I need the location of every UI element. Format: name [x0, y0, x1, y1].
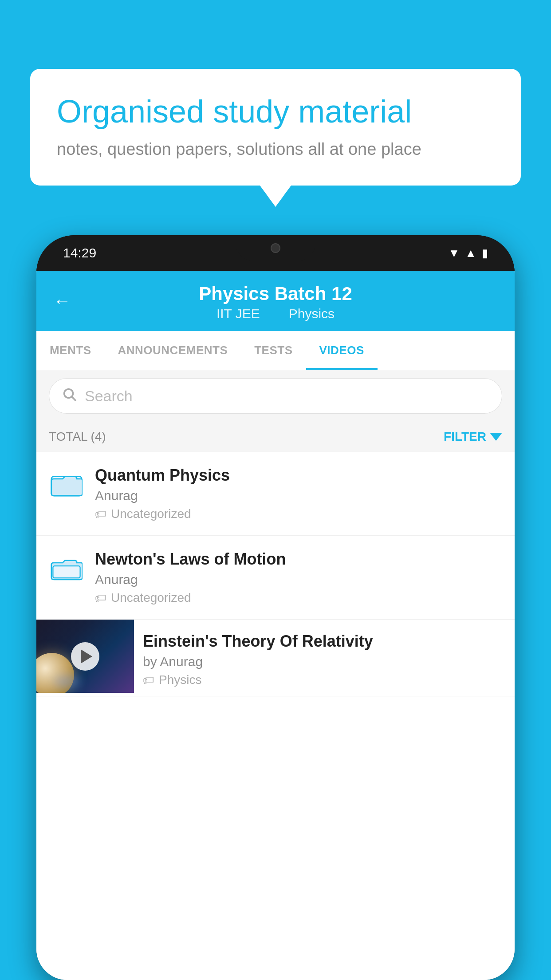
filter-button[interactable]: FILTER [444, 430, 502, 444]
filter-icon [490, 433, 502, 441]
app-header-title: Physics Batch 12 [199, 283, 352, 304]
play-button[interactable] [71, 642, 99, 671]
search-input[interactable]: Search [85, 387, 133, 405]
filter-bar: TOTAL (4) FILTER [36, 422, 515, 452]
list-item[interactable]: Einstein's Theory Of Relativity by Anura… [36, 620, 515, 696]
back-button[interactable]: ← [53, 291, 71, 311]
speech-bubble-title: Organised study material [57, 93, 494, 130]
video-list: Quantum Physics Anurag 🏷 Uncategorized [36, 452, 515, 980]
item-author: Anurag [95, 572, 502, 587]
app-header: ← Physics Batch 12 IIT JEE Physics [36, 271, 515, 331]
search-icon [62, 387, 77, 405]
play-icon [81, 649, 92, 664]
list-item[interactable]: Newton's Laws of Motion Anurag 🏷 Uncateg… [36, 536, 515, 620]
filter-label: FILTER [444, 430, 486, 444]
thumbnail-glow [54, 675, 81, 688]
status-icons: ▼ ▲ ▮ [449, 246, 488, 260]
subtitle-physics: Physics [289, 306, 335, 321]
item-author: Anurag [95, 488, 502, 503]
status-bar: 14:29 ▼ ▲ ▮ [36, 235, 515, 271]
tag-icon: 🏷 [143, 673, 154, 687]
subtitle-separator [272, 306, 280, 321]
phone-screen: ← Physics Batch 12 IIT JEE Physics MENTS… [36, 271, 515, 980]
item-title: Newton's Laws of Motion [95, 550, 502, 569]
total-count: TOTAL (4) [49, 430, 106, 444]
speech-bubble-subtitle: notes, question papers, solutions all at… [57, 140, 494, 159]
subtitle-iit: IIT JEE [216, 306, 260, 321]
folder-icon [51, 468, 83, 498]
tag-label: Uncategorized [111, 591, 191, 605]
speech-bubble: Organised study material notes, question… [30, 69, 521, 186]
speech-bubble-section: Organised study material notes, question… [30, 69, 521, 186]
app-header-subtitle: IIT JEE Physics [212, 306, 339, 321]
item-info: Einstein's Theory Of Relativity by Anura… [134, 620, 515, 696]
tab-announcements[interactable]: ANNOUNCEMENTS [105, 331, 241, 370]
folder-icon [51, 552, 83, 582]
item-author: by Anurag [143, 654, 506, 669]
item-tag: 🏷 Uncategorized [95, 507, 502, 521]
battery-icon: ▮ [482, 246, 488, 260]
phone-notch [236, 235, 315, 261]
search-bar: Search [36, 370, 515, 422]
item-title: Einstein's Theory Of Relativity [143, 632, 506, 651]
svg-rect-4 [53, 566, 80, 578]
tag-label: Uncategorized [111, 507, 191, 521]
item-info: Newton's Laws of Motion Anurag 🏷 Uncateg… [95, 550, 502, 605]
tag-icon: 🏷 [95, 507, 106, 521]
item-title: Quantum Physics [95, 466, 502, 485]
item-icon-wrapper [49, 466, 84, 498]
signal-icon: ▲ [465, 246, 476, 260]
tab-videos[interactable]: VIDEOS [306, 331, 378, 370]
svg-line-1 [72, 397, 75, 400]
tab-bar: MENTS ANNOUNCEMENTS TESTS VIDEOS [36, 331, 515, 370]
item-tag: 🏷 Uncategorized [95, 591, 502, 605]
item-tag: 🏷 Physics [143, 673, 506, 687]
item-info: Quantum Physics Anurag 🏷 Uncategorized [95, 466, 502, 521]
list-item[interactable]: Quantum Physics Anurag 🏷 Uncategorized [36, 452, 515, 536]
status-time: 14:29 [63, 245, 96, 261]
search-input-wrapper[interactable]: Search [49, 378, 502, 414]
video-thumbnail [36, 620, 134, 693]
tag-icon: 🏷 [95, 591, 106, 605]
wifi-icon: ▼ [449, 246, 460, 260]
tag-label: Physics [159, 673, 201, 687]
tab-ments[interactable]: MENTS [36, 331, 105, 370]
front-camera [271, 243, 280, 253]
phone-frame: 14:29 ▼ ▲ ▮ ← Physics Batch 12 IIT JEE P… [36, 235, 515, 980]
tab-tests[interactable]: TESTS [241, 331, 306, 370]
item-icon-wrapper [49, 550, 84, 582]
